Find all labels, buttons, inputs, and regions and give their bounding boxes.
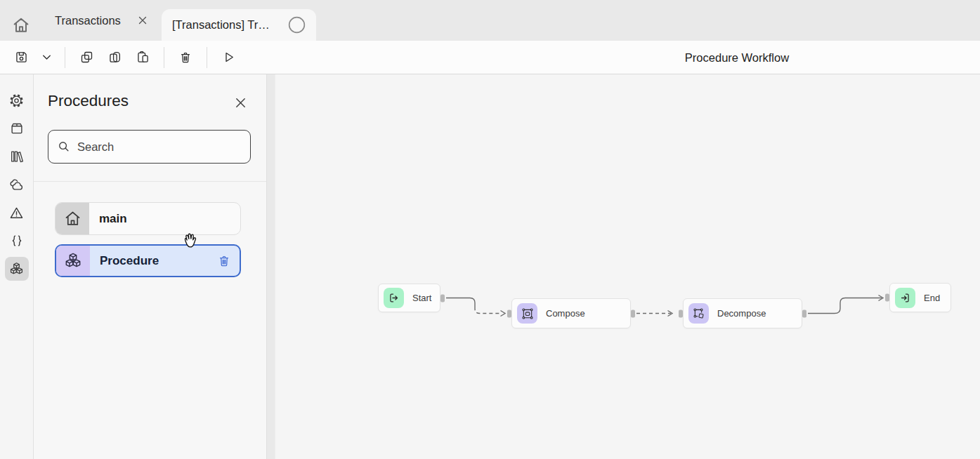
cubes-icon bbox=[56, 246, 90, 276]
sidebar-item-library[interactable] bbox=[5, 145, 29, 168]
sidebar-item-procedures[interactable] bbox=[5, 257, 29, 281]
unsaved-indicator-icon[interactable] bbox=[288, 16, 306, 34]
close-icon bbox=[233, 95, 248, 110]
sidebar-item-cloud[interactable] bbox=[5, 173, 29, 197]
toolbar: Procedure Workflow bbox=[0, 41, 980, 74]
connector-port-out[interactable] bbox=[802, 310, 806, 317]
delete-procedure-button[interactable] bbox=[217, 254, 231, 268]
toolbar-separator bbox=[207, 47, 207, 68]
panel-canvas-divider[interactable] bbox=[266, 74, 275, 459]
box-icon bbox=[9, 121, 25, 136]
close-tab-icon[interactable] bbox=[136, 14, 149, 27]
cubes-icon bbox=[8, 261, 25, 277]
duplicate-icon bbox=[107, 50, 122, 65]
end-arrow-icon bbox=[895, 288, 915, 308]
books-icon bbox=[9, 149, 25, 164]
sidebar-item-alerts[interactable] bbox=[5, 201, 29, 225]
panel-title: Procedures bbox=[48, 92, 129, 110]
save-button[interactable] bbox=[9, 46, 33, 69]
edge-start-compose bbox=[446, 298, 505, 317]
edge-layer bbox=[275, 74, 980, 459]
home-tab-button[interactable] bbox=[11, 15, 31, 35]
list-item-label: main bbox=[99, 212, 127, 226]
connector-port-in[interactable] bbox=[679, 310, 683, 317]
panel-close-button[interactable] bbox=[233, 95, 248, 110]
search-icon bbox=[57, 140, 71, 154]
node-compose[interactable]: Compose bbox=[511, 298, 631, 328]
paste-button[interactable] bbox=[131, 46, 155, 69]
play-icon bbox=[221, 50, 236, 65]
node-label: Decompose bbox=[717, 308, 766, 319]
home-icon bbox=[11, 15, 31, 35]
duplicate-button[interactable] bbox=[103, 46, 126, 69]
toolbar-separator bbox=[164, 47, 164, 68]
list-item-procedure[interactable]: Procedure bbox=[55, 244, 241, 277]
decompose-icon bbox=[688, 303, 709, 324]
connector-port-in[interactable] bbox=[885, 294, 889, 302]
warning-icon bbox=[8, 205, 25, 221]
sidebar-item-code[interactable] bbox=[5, 229, 29, 253]
edge-decompose-end bbox=[808, 295, 883, 314]
procedures-panel: Procedures mai bbox=[34, 74, 266, 459]
sidebar-item-settings[interactable] bbox=[5, 88, 29, 112]
left-icon-rail bbox=[0, 74, 34, 459]
paste-icon bbox=[136, 50, 150, 65]
connector-port-out[interactable] bbox=[440, 294, 445, 302]
tab-label: Transactions bbox=[55, 14, 121, 27]
node-label: Start bbox=[412, 293, 431, 303]
toolbar-separator bbox=[65, 47, 65, 68]
gear-icon bbox=[8, 93, 25, 109]
run-button[interactable] bbox=[216, 46, 240, 69]
panel-divider bbox=[34, 181, 266, 182]
braces-icon bbox=[9, 233, 25, 248]
sidebar-item-package[interactable] bbox=[5, 117, 29, 140]
node-label: Compose bbox=[546, 308, 585, 319]
connector-port-in[interactable] bbox=[507, 310, 511, 317]
copy-button[interactable] bbox=[74, 46, 98, 69]
node-start[interactable]: Start bbox=[378, 284, 440, 312]
save-options-button[interactable] bbox=[37, 46, 55, 69]
node-end[interactable]: End bbox=[889, 283, 951, 312]
tab-transactions[interactable]: Transactions bbox=[44, 0, 160, 41]
compose-icon bbox=[517, 303, 537, 324]
search-input[interactable] bbox=[77, 140, 242, 154]
start-arrow-icon bbox=[384, 288, 404, 308]
trash-icon bbox=[178, 51, 192, 65]
connector-port-out[interactable] bbox=[631, 310, 635, 317]
tab-transactions-workflow[interactable]: [Transactions] Tr… bbox=[162, 9, 316, 41]
search-box[interactable] bbox=[48, 130, 251, 164]
tab-label: [Transactions] Tr… bbox=[172, 18, 270, 32]
copy-icon bbox=[79, 50, 94, 65]
home-icon bbox=[55, 203, 89, 234]
workflow-canvas[interactable]: Start Compose bbox=[275, 74, 980, 459]
list-item-label: Procedure bbox=[100, 254, 159, 268]
app-window: Transactions [Transactions] Tr… bbox=[0, 0, 980, 459]
node-label: End bbox=[924, 293, 940, 303]
floppy-icon bbox=[14, 50, 29, 65]
clouds-icon bbox=[8, 177, 25, 193]
chevron-down-icon bbox=[40, 51, 53, 64]
edge-compose-decompose bbox=[636, 311, 672, 317]
page-title: Procedure Workflow bbox=[685, 51, 789, 64]
node-decompose[interactable]: Decompose bbox=[683, 298, 802, 328]
delete-button[interactable] bbox=[174, 46, 197, 69]
tab-bar: Transactions [Transactions] Tr… bbox=[0, 0, 980, 41]
list-item-main[interactable]: main bbox=[55, 202, 241, 235]
